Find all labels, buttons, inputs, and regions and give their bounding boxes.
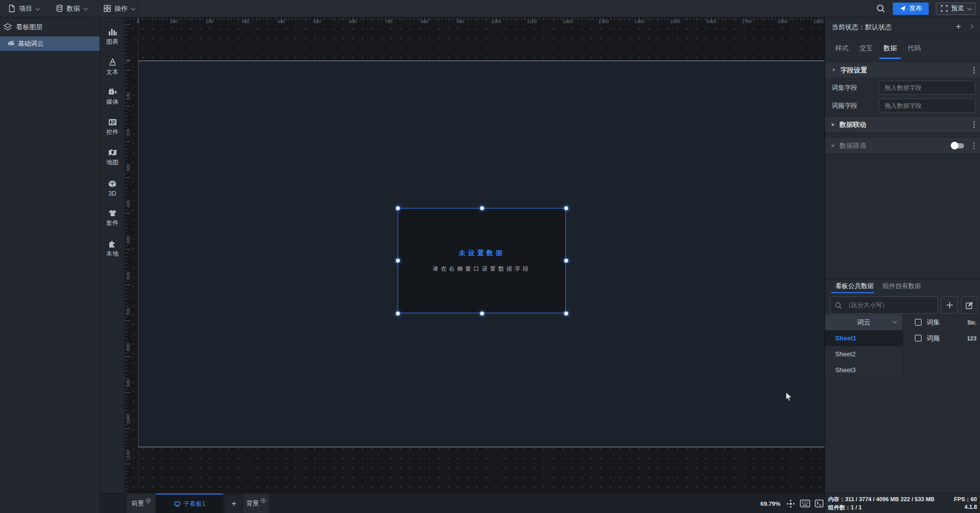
field-row-wordset: 词集字段 — [825, 79, 980, 97]
resize-handle-nw[interactable] — [396, 206, 400, 210]
resize-handle-n[interactable] — [480, 206, 484, 210]
fit-screen-icon[interactable] — [786, 499, 795, 508]
section-data-filter[interactable]: ▶ 数据筛选 — [825, 137, 980, 154]
preview-button[interactable]: 预览 — [936, 3, 976, 15]
wordfreq-field-input[interactable] — [879, 99, 975, 112]
h-ruler-label: 200 — [206, 19, 213, 24]
resize-handle-sw[interactable] — [396, 312, 400, 315]
zoom-level: 69.79% — [760, 501, 780, 507]
text-icon — [108, 58, 117, 66]
h-ruler-label: 300 — [242, 19, 249, 24]
layers-panel: 看板图层 基础词云 — [0, 17, 100, 513]
tab-data[interactable]: 数据 — [884, 37, 897, 60]
toolbar-item-label: 套件 — [106, 219, 119, 227]
publish-button[interactable]: 发布 — [893, 3, 929, 15]
sheet-item-3[interactable]: Sheet3 — [825, 362, 903, 378]
chart-icon — [108, 28, 117, 35]
chevron-right-icon[interactable] — [969, 25, 973, 29]
layer-item-label: 基础词云 — [18, 40, 44, 48]
sheet-item-1[interactable]: Sheet1 — [825, 330, 903, 346]
tab-component-own-data[interactable]: 组件自有数据 — [883, 279, 921, 293]
h-ruler-major-ticks — [125, 17, 825, 23]
toolbar-item-chart[interactable]: 图表 — [100, 22, 125, 52]
wordset-field-input[interactable] — [879, 81, 975, 94]
menu-data[interactable]: 数据 — [48, 0, 95, 17]
puzzle-icon — [108, 240, 116, 248]
toolbar-item-text[interactable]: 文本 — [100, 52, 125, 82]
mouse-cursor — [786, 392, 794, 402]
dataset-dropdown[interactable]: 词云 — [825, 314, 903, 330]
cube-icon — [108, 180, 116, 188]
toolbar-item-label: 文本 — [106, 68, 119, 77]
kebab-menu-icon[interactable] — [973, 142, 975, 149]
selected-wordcloud-component[interactable]: 未设置数据 请在右侧窗口设置数据字段 — [398, 208, 566, 313]
kebab-menu-icon[interactable] — [973, 67, 975, 73]
checkbox-unchecked[interactable] — [915, 335, 922, 341]
menu-project[interactable]: 项目 — [0, 0, 48, 17]
h-ruler-label: 400 — [278, 19, 285, 24]
data-field-row-wordfreq[interactable]: 词频 123 — [903, 330, 980, 346]
kit-icon — [108, 210, 117, 217]
v-ruler-label: 100 — [126, 90, 131, 103]
toolbar-item-local[interactable]: 本地 — [100, 234, 125, 264]
resize-handle-s[interactable] — [480, 312, 484, 315]
resize-handle-ne[interactable] — [564, 206, 568, 210]
toolbar-item-widget[interactable]: 控件 — [100, 112, 125, 143]
h-ruler-label: 600 — [349, 19, 357, 24]
resize-handle-se[interactable] — [564, 312, 568, 315]
checkbox-unchecked[interactable] — [915, 319, 922, 326]
sheet-list: 词云 Sheet1 Sheet2 Sheet3 — [825, 314, 903, 378]
keyboard-icon[interactable] — [800, 500, 810, 507]
toolbar-item-map[interactable]: 地图 — [100, 143, 125, 173]
h-ruler-label: 1600 — [706, 19, 716, 24]
toolbar-item-kit[interactable]: 套件 — [100, 203, 125, 234]
caret-down-icon: ▼ — [832, 68, 836, 72]
section-data-link[interactable]: ▶ 数据联动 — [825, 116, 980, 133]
add-dataset-button[interactable] — [941, 296, 958, 314]
edit-dataset-button[interactable] — [961, 296, 978, 314]
publish-label: 发布 — [909, 4, 922, 13]
tab-interaction[interactable]: 交互 — [859, 37, 873, 60]
design-canvas[interactable]: 0100200300400500600700800900100011001200… — [125, 17, 825, 493]
data-search-input[interactable] — [831, 297, 937, 313]
toolbar-item-media[interactable]: 媒体 — [100, 82, 125, 112]
terminal-icon[interactable] — [815, 500, 824, 507]
tab-style[interactable]: 样式 — [835, 37, 849, 60]
v-ruler-label: 1000 — [126, 412, 131, 426]
kebab-menu-icon[interactable] — [973, 121, 975, 128]
search-icon[interactable] — [876, 4, 886, 13]
file-icon — [8, 5, 15, 12]
add-state-button[interactable]: + — [956, 22, 961, 32]
tab-board-shared-data[interactable]: 看板公共数据 — [835, 279, 874, 293]
preview-label: 预览 — [951, 4, 964, 13]
component-toolbar: 图表 文本 媒体 控件 地图 3D 套件 本地 — [100, 17, 125, 513]
background-tab[interactable]: 背景 — [243, 493, 269, 513]
data-field-row-wordset[interactable]: 词集 Str. — [903, 314, 980, 330]
tab-code[interactable]: 代码 — [908, 37, 921, 60]
plus-circle-icon[interactable] — [261, 498, 266, 503]
section-field-settings[interactable]: ▼ 字段设置 — [825, 62, 980, 79]
data-filter-toggle-off[interactable] — [952, 143, 964, 148]
toolbar-item-label: 3D — [108, 190, 116, 197]
toolbar-item-label: 本地 — [106, 250, 119, 258]
subboard-tab-active[interactable]: 子看板1 — [156, 493, 223, 513]
data-source-tabs: 看板公共数据 组件自有数据 — [825, 279, 980, 293]
resize-handle-w[interactable] — [396, 259, 400, 262]
layer-item-wordcloud[interactable]: 基础词云 — [0, 36, 100, 51]
plus-circle-icon[interactable] — [146, 498, 151, 503]
toolbar-item-3d[interactable]: 3D — [100, 173, 125, 203]
sheet-item-2[interactable]: Sheet2 — [825, 346, 903, 362]
field-label: 词集字段 — [832, 84, 857, 92]
data-field-type: Str. — [967, 319, 976, 326]
h-ruler-label: 800 — [421, 19, 428, 24]
add-subboard-button[interactable]: + — [226, 493, 242, 513]
foreground-tab[interactable]: 前景 — [127, 493, 155, 513]
component-empty-title: 未设置数据 — [459, 249, 505, 258]
resize-handle-e[interactable] — [564, 259, 568, 262]
data-field-type: 123 — [967, 335, 976, 341]
toolbar-item-label: 控件 — [106, 128, 119, 137]
database-icon — [56, 5, 63, 12]
menu-operate[interactable]: 操作 — [95, 0, 143, 17]
send-icon — [899, 5, 906, 12]
section-title: 数据联动 — [839, 120, 866, 129]
